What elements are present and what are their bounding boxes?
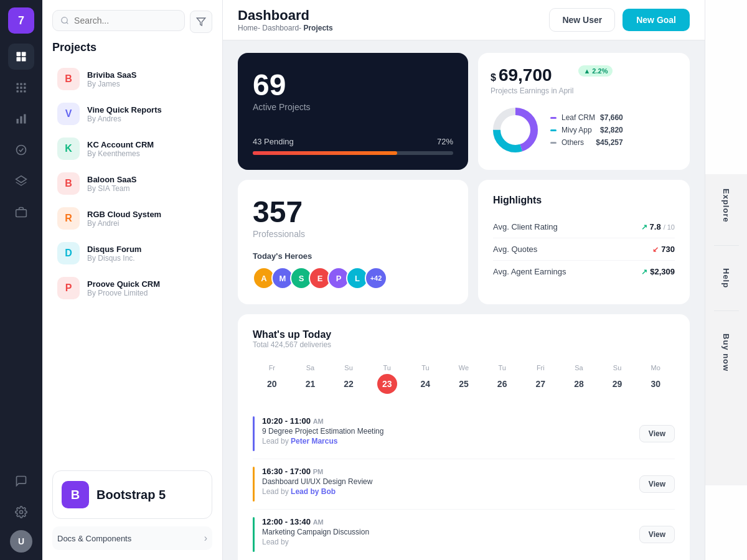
- project-info: RGB Cloud System By Andrei: [87, 210, 161, 228]
- new-goal-button[interactable]: New Goal: [622, 9, 690, 31]
- project-name: Proove Quick CRM: [87, 279, 160, 289]
- day-name: Sa: [575, 364, 583, 371]
- project-item[interactable]: K KC Account CRM By Keenthemes: [52, 131, 212, 166]
- nav-grid[interactable]: [8, 75, 34, 101]
- day-column[interactable]: Su 29: [598, 359, 637, 399]
- highlight-value: ↗ $2,309: [641, 267, 675, 276]
- schedule-sub: Total 424,567 deliveries: [253, 340, 675, 349]
- event-bar: [253, 416, 255, 451]
- docs-label: Docs & Components: [57, 534, 199, 543]
- day-column[interactable]: Mo 30: [636, 359, 675, 399]
- view-button[interactable]: View: [639, 425, 675, 442]
- project-icon: K: [57, 138, 80, 160]
- active-projects-card: 69 Active Projects 43 Pending 72%: [238, 53, 468, 170]
- svg-rect-9: [24, 86, 26, 88]
- day-name: Su: [613, 364, 621, 371]
- svg-rect-14: [20, 116, 22, 124]
- day-number: 28: [569, 374, 589, 394]
- project-item[interactable]: V Vine Quick Reports By Andres: [52, 96, 212, 131]
- day-column[interactable]: Tu 23: [368, 359, 406, 399]
- nav-settings[interactable]: [8, 499, 34, 525]
- event-lead-name[interactable]: Peter Marcus: [291, 437, 337, 446]
- highlight-row: Avg. Quotes ↙ 730: [493, 238, 675, 261]
- day-column[interactable]: Tu 26: [483, 359, 522, 399]
- day-name: We: [459, 364, 469, 371]
- project-icon: B: [57, 172, 80, 195]
- breadcrumb-dashboard[interactable]: Dashboard-: [262, 24, 301, 32]
- event-lead-name[interactable]: Lead by Bob: [291, 487, 336, 496]
- event-bar: [253, 467, 255, 502]
- docs-bar[interactable]: Docs & Components ›: [52, 526, 212, 550]
- day-column[interactable]: Fri 27: [521, 359, 560, 399]
- highlights-title: Highlights: [493, 195, 675, 206]
- project-item[interactable]: D Disqus Forum By Disqus Inc.: [52, 236, 212, 271]
- svg-point-20: [62, 17, 67, 23]
- divider-2: [714, 310, 739, 311]
- project-name: Baloon SaaS: [87, 175, 136, 184]
- day-name: Su: [344, 364, 352, 371]
- day-column[interactable]: Sa 28: [560, 359, 598, 399]
- svg-line-21: [67, 22, 68, 24]
- nav-briefcase[interactable]: [8, 199, 34, 225]
- view-button[interactable]: View: [639, 526, 675, 543]
- days-row: Fr 20 Sa 21 Su 22 Tu 23 Tu 24 We 25 Tu 2…: [253, 359, 675, 399]
- svg-rect-6: [24, 83, 26, 85]
- day-name: Tu: [498, 364, 505, 371]
- day-name: Sa: [306, 364, 314, 371]
- legend-value: $45,257: [596, 138, 622, 147]
- search-input[interactable]: [74, 16, 177, 26]
- svg-rect-11: [20, 90, 22, 92]
- day-column[interactable]: Sa 21: [291, 359, 330, 399]
- day-column[interactable]: Tu 24: [406, 359, 445, 399]
- view-button[interactable]: View: [639, 475, 675, 493]
- project-info: Briviba SaaS By James: [87, 70, 137, 88]
- project-author: By Proove Limited: [87, 289, 160, 297]
- user-avatar[interactable]: U: [10, 530, 32, 553]
- event-time: 12:00 - 13:40 AM: [262, 517, 369, 526]
- right-panel: Explore Help Buy now: [705, 0, 747, 560]
- project-info: Disqus Forum By Disqus Inc.: [87, 245, 141, 263]
- legend-item: Others $45,257: [550, 138, 623, 147]
- docs-arrow: ›: [204, 533, 207, 544]
- filter-icon: [196, 17, 206, 27]
- nav-dashboard[interactable]: [8, 44, 34, 70]
- legend-name: Others: [561, 138, 584, 147]
- nav-chat[interactable]: [8, 468, 34, 494]
- event-desc: 9 Degree Project Estimation Meeting: [262, 427, 383, 436]
- day-name: Fr: [269, 364, 275, 371]
- buy-now-label[interactable]: Buy now: [721, 321, 731, 384]
- filter-button[interactable]: [190, 11, 212, 33]
- new-user-button[interactable]: New User: [549, 8, 615, 32]
- help-label[interactable]: Help: [721, 256, 731, 301]
- bootstrap-card: B Bootstrap 5: [52, 470, 212, 519]
- nav-layers[interactable]: [8, 168, 34, 194]
- day-column[interactable]: Fr 20: [253, 359, 291, 399]
- project-item[interactable]: B Briviba SaaS By James: [52, 62, 212, 96]
- project-author: By SIA Team: [87, 184, 136, 193]
- explore-label[interactable]: Explore: [721, 176, 731, 235]
- day-column[interactable]: We 25: [444, 359, 483, 399]
- professionals-card: 357 Professionals Today's Heroes AMSEPL+…: [238, 180, 468, 304]
- nav-analytics[interactable]: [8, 106, 34, 132]
- earnings-badge: ▲ 2.2%: [578, 65, 613, 77]
- projects-panel: Projects B Briviba SaaS By James V Vine …: [42, 0, 223, 560]
- heroes-section: Today's Heroes AMSEPL+42: [253, 251, 453, 289]
- professionals-count: 357: [253, 195, 453, 229]
- earnings-label: Projects Earnings in April: [491, 86, 573, 95]
- schedule-title: What's up Today: [253, 329, 675, 340]
- svg-rect-1: [22, 52, 26, 57]
- breadcrumb-home[interactable]: Home-: [238, 24, 260, 32]
- earnings-card: $ 69,700 Projects Earnings in April ▲ 2.…: [478, 53, 690, 170]
- day-column[interactable]: Su 22: [329, 359, 368, 399]
- project-item[interactable]: B Baloon SaaS By SIA Team: [52, 166, 212, 201]
- top-bar: Dashboard Home- Dashboard- Projects New …: [223, 0, 705, 40]
- project-item[interactable]: R RGB Cloud System By Andrei: [52, 201, 212, 236]
- nav-tasks[interactable]: [8, 137, 34, 163]
- project-icon: P: [57, 277, 80, 299]
- event-ampm: PM: [313, 468, 324, 475]
- svg-rect-8: [20, 86, 22, 88]
- highlight-row: Avg. Client Rating ↗ 7.8 / 10: [493, 216, 675, 238]
- project-icon: D: [57, 242, 80, 264]
- legend-item: Mivy App $2,820: [550, 126, 623, 134]
- project-item[interactable]: P Proove Quick CRM By Proove Limited: [52, 271, 212, 306]
